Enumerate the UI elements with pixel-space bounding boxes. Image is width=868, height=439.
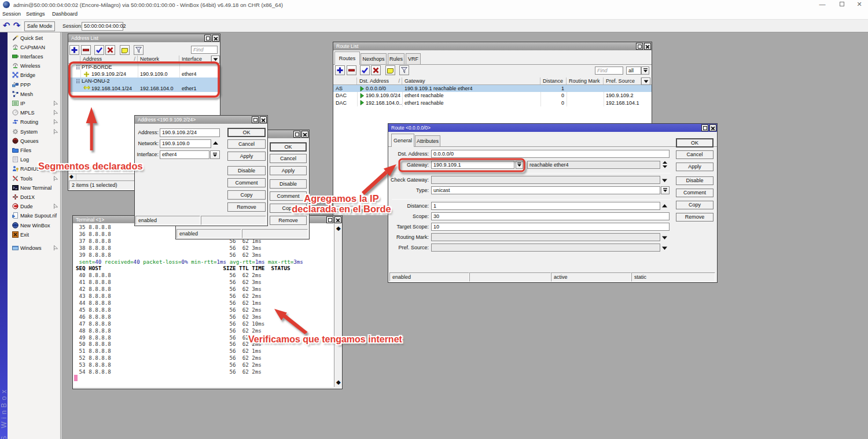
add-button[interactable] <box>335 65 345 75</box>
column-address[interactable]: Address/ <box>80 56 138 63</box>
remove-button[interactable]: Remove <box>676 213 713 222</box>
apply-button[interactable]: Apply <box>270 166 307 175</box>
type-select[interactable]: unicast <box>431 186 660 194</box>
dropdown-arrow-icon[interactable] <box>661 235 668 240</box>
remove-button[interactable] <box>347 65 356 75</box>
enable-button[interactable] <box>94 45 104 55</box>
menu-dashboard[interactable]: Dashboard <box>52 11 78 17</box>
tab-attributes[interactable]: Attributes <box>415 135 440 147</box>
minimize-button[interactable]: — <box>814 0 831 9</box>
table-row[interactable]: 192.168.104.1/24192.168.104.0ether1 <box>68 85 220 92</box>
tab-routes[interactable]: Routes <box>334 51 360 65</box>
sidebar-item-new-winbox[interactable]: New WinBox <box>8 221 60 230</box>
table-row[interactable]: DAC190.9.109.0/24ether4 reachable0190.9.… <box>333 92 652 99</box>
menu-session[interactable]: Session <box>2 11 21 17</box>
table-row[interactable]: LAN-ONU-2 <box>68 78 220 84</box>
maximize-icon[interactable] <box>701 124 708 131</box>
scope-field[interactable]: 30 <box>431 212 670 220</box>
vertical-scrollbar[interactable]: ◆ ◆ <box>334 223 342 387</box>
dst-address-field[interactable]: 0.0.0.0/0 <box>431 150 670 158</box>
close-icon[interactable] <box>212 35 219 42</box>
sidebar-item-system[interactable]: System <box>8 127 60 137</box>
disable-button[interactable]: Disable <box>270 179 307 189</box>
column-network[interactable]: Network <box>138 56 179 63</box>
comment-button[interactable]: Comment <box>676 189 713 198</box>
sidebar-item-mpls[interactable]: MPLS <box>8 108 60 117</box>
sidebar-item-new-terminal[interactable]: New Terminal <box>8 183 60 193</box>
column-dst-address[interactable]: Dst. Address/ <box>357 78 402 84</box>
copy-button[interactable]: Copy <box>227 190 266 200</box>
tab-nexthops[interactable]: Nexthops <box>361 53 387 65</box>
ok-button[interactable]: OK <box>676 138 713 147</box>
disable-button[interactable] <box>105 45 115 55</box>
comment-button[interactable] <box>120 45 130 55</box>
disable-button[interactable]: Disable <box>227 166 266 175</box>
disable-button[interactable] <box>371 65 381 75</box>
collapse-up-icon[interactable] <box>212 141 219 146</box>
undo-icon[interactable]: ↶ <box>2 20 11 31</box>
sidebar-item-mesh[interactable]: Mesh <box>8 90 60 99</box>
dropdown-icon[interactable] <box>210 150 220 159</box>
sidebar-item-tools[interactable]: Tools <box>8 174 60 183</box>
dropdown-icon[interactable] <box>516 161 523 169</box>
close-icon[interactable] <box>301 131 308 138</box>
pref-source-select[interactable] <box>431 244 660 252</box>
scroll-down-icon[interactable]: ◆ <box>336 379 341 385</box>
comment-button[interactable]: Comment <box>227 178 266 187</box>
remove-button[interactable]: Remove <box>227 202 266 212</box>
address-dialog-titlebar[interactable]: Address <190.9.109.2/24> <box>135 116 267 124</box>
find-input[interactable]: Find <box>191 46 218 54</box>
terminal-content[interactable]: 35 8.8.8.8 56 62 1ms 36 8.8.8.8 56 62 1m… <box>73 223 334 387</box>
check-gateway-select[interactable] <box>431 176 660 184</box>
menu-settings[interactable]: Settings <box>26 11 45 17</box>
target-scope-field[interactable]: 10 <box>431 223 670 231</box>
sidebar-item-files[interactable]: Files <box>8 146 60 155</box>
table-row[interactable]: PTP-BORDE <box>68 64 220 71</box>
add-button[interactable] <box>69 45 79 55</box>
cancel-button[interactable]: Cancel <box>270 154 307 163</box>
route-dialog-titlebar[interactable]: Route <0.0.0.0/0> <box>388 124 717 132</box>
enable-button[interactable] <box>360 65 370 75</box>
sidebar-item-dot1x[interactable]: Dot1X <box>8 193 60 202</box>
copy-button[interactable]: Copy <box>676 201 713 210</box>
close-icon[interactable] <box>644 43 651 50</box>
routing-mark-select[interactable] <box>431 233 660 241</box>
maximize-icon[interactable] <box>326 216 333 223</box>
filter-button[interactable] <box>399 65 409 75</box>
gateway-field[interactable]: 190.9.109.1 <box>431 161 514 169</box>
close-icon[interactable] <box>334 216 341 223</box>
apply-button[interactable]: Apply <box>676 163 713 172</box>
sidebar-item-quick-set[interactable]: Quick Set <box>8 34 60 43</box>
add-remove-gateway-icon[interactable] <box>662 161 668 168</box>
session-input[interactable]: 50:00:00:04:00:02 <box>82 22 123 31</box>
column-menu-icon[interactable] <box>211 56 220 64</box>
disable-button[interactable]: Disable <box>676 176 713 186</box>
column-icon[interactable] <box>68 56 80 63</box>
column-interface[interactable]: Interface <box>179 56 211 63</box>
dropdown-arrow-icon[interactable] <box>661 246 668 250</box>
comment-button[interactable] <box>385 65 395 75</box>
maximize-icon[interactable] <box>252 116 259 123</box>
maximize-icon[interactable] <box>204 35 211 42</box>
dropdown-icon[interactable] <box>641 67 649 75</box>
distance-field[interactable]: 1 <box>431 202 660 210</box>
ok-button[interactable]: OK <box>270 142 307 152</box>
find-input[interactable]: Find <box>595 67 623 75</box>
apply-button[interactable]: Apply <box>227 152 266 161</box>
tab-rules[interactable]: Rules <box>388 53 404 65</box>
sidebar-item-bridge[interactable]: Bridge <box>8 71 60 80</box>
route-list-titlebar[interactable]: Route List <box>333 42 652 50</box>
cancel-button[interactable]: Cancel <box>676 150 713 160</box>
tab-vrf[interactable]: VRF <box>406 53 421 65</box>
remove-button[interactable] <box>81 45 91 55</box>
column-distance[interactable]: Distance <box>540 78 567 84</box>
remove-button[interactable]: Remove <box>270 216 307 225</box>
sidebar-item-exit[interactable]: Exit <box>8 230 60 239</box>
close-icon[interactable] <box>260 116 267 123</box>
address-field[interactable]: 190.9.109.2/24 <box>160 128 220 137</box>
redo-icon[interactable]: ↷ <box>12 20 21 31</box>
column-flags[interactable] <box>333 78 357 84</box>
filter-scope-select[interactable]: all <box>626 67 641 75</box>
sidebar-item-routing[interactable]: Routing <box>8 117 60 127</box>
dropdown-arrow-icon[interactable] <box>661 178 668 183</box>
